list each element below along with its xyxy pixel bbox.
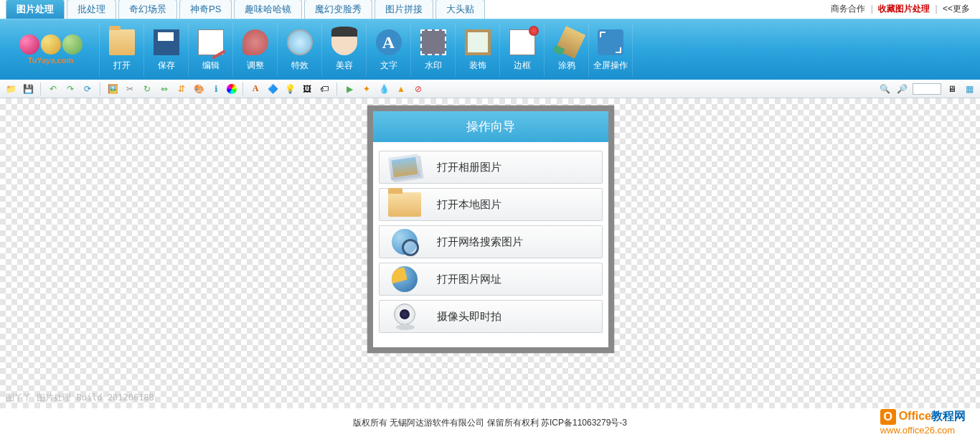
- album-icon: [387, 152, 423, 182]
- toolbar-label: 美容: [336, 60, 353, 72]
- fullscreen-icon: [596, 28, 625, 57]
- cone-icon[interactable]: ▲: [395, 83, 407, 95]
- sticker-icon[interactable]: 🏷: [318, 83, 331, 95]
- tab-1[interactable]: 批处理: [67, 0, 116, 19]
- wizard-dialog: 操作向导 打开相册图片打开本地图片打开网络搜索图片打开图片网址摄像头即时拍: [367, 105, 614, 353]
- toolbar-label: 边框: [514, 60, 531, 72]
- wizard-item-label: 打开本地图片: [437, 198, 501, 212]
- redo-icon[interactable]: ↷: [64, 83, 77, 95]
- brush-icon: [552, 28, 581, 57]
- build-info: 图丫丫 图片处理 Build 20120618B: [6, 392, 154, 404]
- webcam-icon: [387, 301, 423, 332]
- adjust-icon[interactable]: 🎨: [192, 83, 205, 95]
- wizard-item-label: 打开网络搜索图片: [437, 235, 523, 249]
- resize-icon[interactable]: ⇔: [158, 83, 171, 95]
- effects-icon[interactable]: 🔷: [266, 83, 279, 95]
- info-icon[interactable]: ℹ: [209, 83, 222, 95]
- folder-icon: [387, 189, 423, 220]
- crop-icon[interactable]: ✂: [123, 83, 136, 95]
- text-icon: A: [374, 28, 403, 57]
- tab-3[interactable]: 神奇PS: [179, 0, 232, 19]
- wizard-item-folder[interactable]: 打开本地图片: [379, 188, 603, 221]
- lens-button[interactable]: 特效: [277, 23, 321, 77]
- wizard-title: 操作向导: [373, 111, 608, 142]
- zoom-in-icon[interactable]: 🔍: [878, 83, 891, 95]
- more-link[interactable]: <<更多: [943, 4, 970, 14]
- open-icon[interactable]: 📁: [4, 83, 17, 95]
- wizard-item-label: 打开图片网址: [437, 273, 501, 286]
- frame-icon[interactable]: 🖼: [301, 83, 314, 95]
- toolbar-label: 文字: [380, 60, 397, 72]
- tab-5[interactable]: 魔幻变脸秀: [304, 0, 372, 19]
- copyright-text: 版权所有 无锡阿达游软件有限公司 保留所有权利 苏ICP备11063279号-3: [353, 417, 627, 429]
- folder-button[interactable]: 打开: [99, 23, 143, 77]
- tab-2[interactable]: 奇幻场景: [118, 0, 177, 19]
- undo-icon[interactable]: ↶: [47, 83, 60, 95]
- wizard-item-url-globe[interactable]: 打开图片网址: [379, 263, 603, 296]
- footer: 版权所有 无锡阿达游软件有限公司 保留所有权利 苏ICP备11063279号-3…: [0, 408, 980, 437]
- business-link[interactable]: 商务合作: [831, 4, 865, 14]
- toolbar-label: 编辑: [202, 60, 220, 72]
- tab-0[interactable]: 图片处理: [6, 0, 65, 19]
- save-icon[interactable]: 💾: [22, 83, 34, 95]
- canvas-area[interactable]: 操作向导 打开相册图片打开本地图片打开网络搜索图片打开图片网址摄像头即时拍 图丫…: [0, 98, 980, 408]
- fullscreen-button[interactable]: 全屏操作: [588, 23, 633, 77]
- actual-icon[interactable]: ▦: [963, 83, 976, 95]
- color-icon[interactable]: [227, 84, 237, 94]
- text-button[interactable]: A文字: [366, 23, 410, 77]
- toolbar-label: 打开: [113, 60, 131, 72]
- fit-icon[interactable]: 🖥: [946, 83, 958, 95]
- logo: TuYaya.com: [6, 28, 95, 71]
- toolbar-label: 涂鸦: [558, 60, 575, 72]
- wizard-item-label: 摄像头即时拍: [437, 310, 501, 324]
- footer-logo-icon: O: [880, 409, 896, 425]
- palette-icon: [241, 28, 270, 57]
- save-icon: [152, 28, 181, 57]
- footer-logo: OOffice教程网 www.office26.com: [880, 409, 966, 436]
- footer-logo-suffix: 教程网: [931, 410, 966, 422]
- toolbar-label: 水印: [425, 60, 442, 72]
- zoom-input[interactable]: [913, 83, 941, 95]
- folder-icon: [108, 28, 136, 57]
- bulb-icon[interactable]: 💡: [283, 83, 296, 95]
- rotate-icon[interactable]: ↻: [141, 83, 154, 95]
- save-button[interactable]: 保存: [143, 23, 188, 77]
- toolbar-label: 装饰: [469, 60, 486, 72]
- drop-icon[interactable]: 💧: [377, 83, 390, 95]
- zoom-out-icon[interactable]: 🔎: [895, 83, 908, 95]
- favorite-link[interactable]: 收藏图片处理: [878, 4, 930, 14]
- flip-icon[interactable]: ⇵: [175, 83, 188, 95]
- stamp-button[interactable]: 水印: [410, 23, 455, 77]
- main-toolbar: TuYaya.com 打开保存编辑调整特效美容A文字水印装饰边框涂鸦全屏操作: [0, 19, 980, 80]
- separator: |: [871, 4, 873, 14]
- star-icon[interactable]: ✦: [360, 83, 373, 95]
- play-icon[interactable]: ▶: [343, 83, 356, 95]
- wizard-item-webcam[interactable]: 摄像头即时拍: [379, 300, 603, 333]
- toolbar-label: 调整: [247, 60, 264, 72]
- search-globe-icon: [387, 227, 423, 257]
- url-globe-icon: [387, 264, 423, 294]
- tab-6[interactable]: 图片拼接: [374, 0, 433, 19]
- stop-icon[interactable]: ⊘: [412, 83, 425, 95]
- brush-button[interactable]: 涂鸦: [544, 23, 588, 77]
- palette-button[interactable]: 调整: [232, 23, 277, 77]
- border-button[interactable]: 边框: [499, 23, 544, 77]
- stamp-icon: [419, 28, 448, 57]
- image-icon[interactable]: 🖼️: [106, 83, 119, 95]
- history-icon[interactable]: ⟳: [81, 83, 94, 95]
- text-icon[interactable]: A: [249, 83, 262, 95]
- sub-toolbar: 📁 💾 ↶ ↷ ⟳ 🖼️ ✂ ↻ ⇔ ⇵ 🎨 ℹ A 🔷 💡 🖼 🏷 ▶ ✦ 💧…: [0, 80, 980, 98]
- logo-text: TuYaya.com: [28, 56, 73, 65]
- toolbar-label: 保存: [158, 60, 175, 72]
- wizard-item-search-globe[interactable]: 打开网络搜索图片: [379, 225, 603, 258]
- tab-7[interactable]: 大头贴: [435, 0, 485, 19]
- top-links-bar: 商务合作 | 收藏图片处理 | <<更多: [828, 3, 973, 15]
- toolbar-label: 全屏操作: [593, 60, 628, 72]
- edit-button[interactable]: 编辑: [188, 23, 232, 77]
- footer-logo-brand: Office: [899, 410, 931, 422]
- separator: |: [936, 4, 938, 14]
- face-button[interactable]: 美容: [321, 23, 366, 77]
- tab-4[interactable]: 趣味哈哈镜: [234, 0, 302, 19]
- wizard-item-album[interactable]: 打开相册图片: [379, 151, 603, 184]
- frame-button[interactable]: 装饰: [455, 23, 499, 77]
